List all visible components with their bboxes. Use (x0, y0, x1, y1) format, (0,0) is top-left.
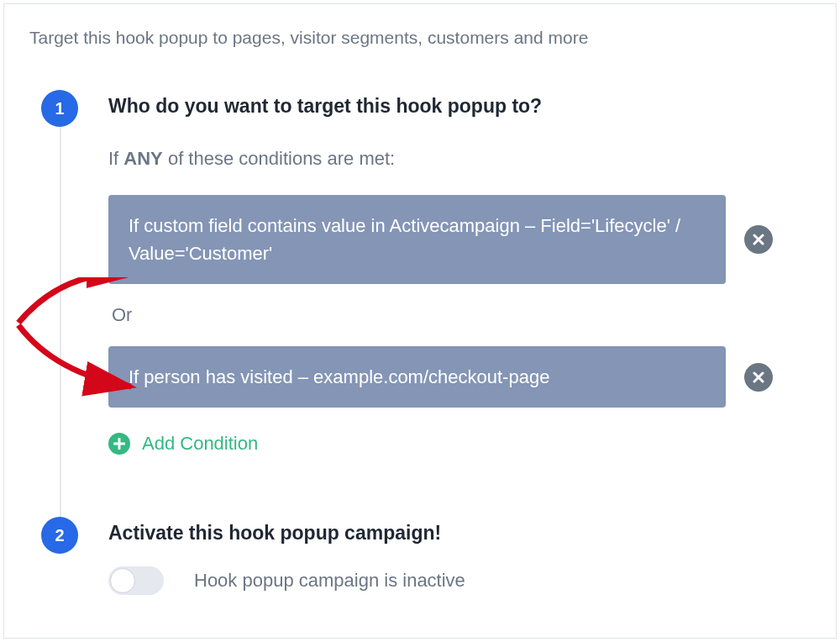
activation-toggle[interactable] (108, 566, 164, 595)
delete-condition-button[interactable] (744, 225, 773, 254)
step-badge-1: 1 (41, 90, 78, 127)
add-condition-label: Add Condition (142, 433, 258, 455)
plus-icon (108, 433, 130, 455)
add-condition-button[interactable]: Add Condition (108, 433, 811, 455)
conditions-list: If custom field contains value in Active… (108, 195, 811, 455)
toggle-status-label: Hook popup campaign is inactive (194, 570, 465, 592)
conditions-intro: If ANY of these conditions are met: (108, 148, 811, 170)
targeting-panel: Target this hook popup to pages, visitor… (3, 3, 837, 639)
panel-intro: Target this hook popup to pages, visitor… (29, 28, 811, 48)
close-icon (753, 234, 764, 245)
toggle-knob (110, 568, 135, 593)
step-badge-2: 2 (41, 517, 78, 554)
cond-intro-prefix: If (108, 148, 123, 169)
delete-condition-button[interactable] (744, 363, 773, 392)
step-2-body: Activate this hook popup campaign! Hook … (108, 517, 811, 595)
cond-intro-emph: ANY (123, 148, 162, 169)
condition-pill[interactable]: If custom field contains value in Active… (108, 195, 726, 284)
cond-intro-suffix: of these conditions are met: (163, 148, 395, 169)
activation-toggle-row: Hook popup campaign is inactive (108, 566, 811, 595)
annotation-arrow-icon (13, 324, 148, 399)
step-1-body: Who do you want to target this hook popu… (108, 90, 811, 455)
or-separator: Or (112, 304, 811, 326)
condition-row: If person has visited – example.com/chec… (108, 346, 811, 408)
condition-row: If custom field contains value in Active… (108, 195, 811, 284)
annotation-arrow-icon (13, 277, 148, 328)
condition-pill[interactable]: If person has visited – example.com/chec… (108, 346, 726, 408)
close-icon (753, 371, 764, 383)
step-2: 2 Activate this hook popup campaign! Hoo… (41, 517, 811, 595)
step-1-title: Who do you want to target this hook popu… (108, 95, 811, 118)
step-2-title: Activate this hook popup campaign! (108, 522, 811, 545)
step-1: 1 Who do you want to target this hook po… (41, 90, 811, 455)
